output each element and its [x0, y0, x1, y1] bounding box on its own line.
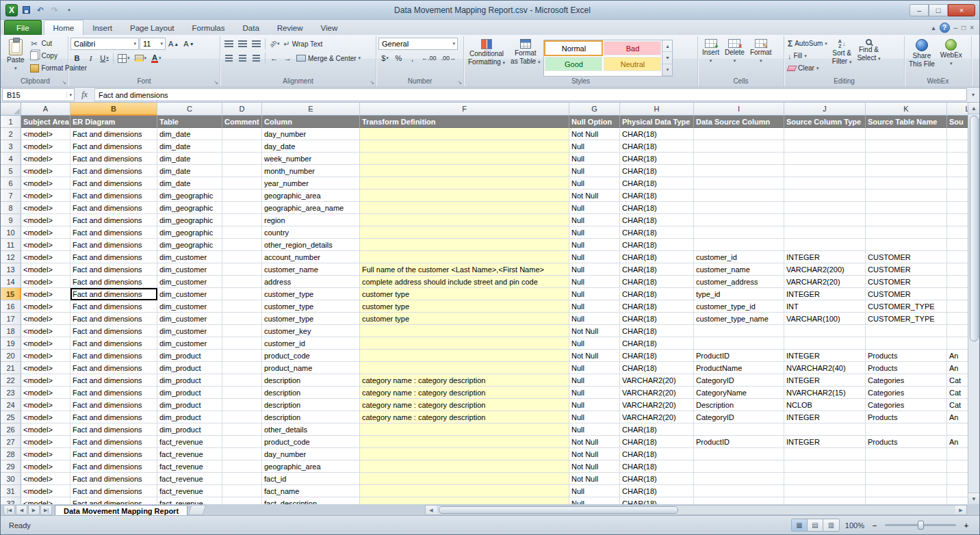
workbook-minimize-icon[interactable]: – — [954, 24, 958, 31]
cell-E27[interactable]: product_code — [262, 436, 360, 448]
redo-button[interactable]: ↷ — [49, 5, 61, 16]
collapse-ribbon-icon[interactable]: ▴ — [932, 24, 936, 31]
cell-L2[interactable] — [947, 128, 969, 140]
cell-F25[interactable]: category name : category description — [360, 411, 569, 423]
cell-C22[interactable]: dim_product — [157, 374, 222, 387]
cell-L16[interactable] — [947, 300, 969, 313]
column-header-L[interactable]: L — [947, 103, 969, 116]
last-sheet-icon[interactable]: ▶| — [40, 505, 52, 515]
help-icon[interactable]: ? — [940, 23, 950, 33]
format-as-table-button[interactable]: Format as Table ▾ — [508, 38, 542, 77]
cell-I14[interactable]: customer_address — [694, 276, 784, 288]
cell-L31[interactable] — [947, 485, 969, 497]
align-left-button[interactable] — [222, 52, 235, 64]
previous-sheet-icon[interactable]: ◀ — [16, 505, 27, 515]
cell-H22[interactable]: VARCHAR2(20) — [620, 374, 694, 387]
cell-G15[interactable]: Null — [569, 288, 620, 300]
cell-H30[interactable]: CHAR(18) — [620, 473, 694, 485]
workbook-restore-icon[interactable]: □ — [962, 24, 966, 31]
cell-D10[interactable] — [222, 226, 262, 239]
cell-B12[interactable]: Fact and dimensions — [70, 251, 157, 263]
merge-center-button[interactable]: Merge & Center▾ — [295, 53, 362, 64]
cell-J18[interactable] — [784, 325, 866, 337]
cell-H20[interactable]: CHAR(18) — [620, 350, 694, 362]
top-align-button[interactable] — [222, 38, 235, 50]
cell-E28[interactable]: day_number — [262, 448, 360, 460]
cell-E11[interactable]: other_region_details — [262, 239, 360, 251]
cell-E12[interactable]: account_number — [262, 251, 360, 263]
cell-K1[interactable]: Source Table Name — [866, 116, 947, 128]
cell-E19[interactable]: customer_id — [262, 337, 360, 350]
ribbon-tab-review[interactable]: Review — [268, 21, 312, 35]
cell-B22[interactable]: Fact and dimensions — [70, 374, 157, 387]
cell-A21[interactable]: <model> — [21, 362, 70, 374]
cell-E16[interactable]: customer_type — [262, 300, 360, 313]
workbook-close-icon[interactable]: × — [970, 24, 974, 31]
cell-K6[interactable] — [866, 177, 947, 190]
cell-D25[interactable] — [222, 411, 262, 423]
column-header-D[interactable]: D — [222, 103, 262, 116]
cell-C13[interactable]: dim_customer — [157, 263, 222, 276]
cell-J13[interactable]: VARCHAR2(200) — [784, 263, 866, 276]
cell-I1[interactable]: Data Source Column — [694, 116, 784, 128]
cell-G5[interactable]: Null — [569, 165, 620, 177]
font-dialog-launcher-icon[interactable]: ↘ — [214, 79, 218, 86]
cell-J11[interactable] — [784, 239, 866, 251]
zoom-slider[interactable] — [885, 524, 956, 526]
cell-D15[interactable] — [222, 288, 262, 300]
cell-K22[interactable]: Categories — [866, 374, 947, 387]
cell-F3[interactable] — [360, 140, 569, 153]
cell-I2[interactable] — [694, 128, 784, 140]
cell-E24[interactable]: description — [262, 399, 360, 411]
shrink-font-button[interactable]: A▼ — [181, 38, 196, 50]
cell-A27[interactable]: <model> — [21, 436, 70, 448]
cell-H17[interactable]: CHAR(18) — [620, 313, 694, 325]
cell-K9[interactable] — [866, 214, 947, 226]
cell-K24[interactable]: Categories — [866, 399, 947, 411]
vertical-scrollbar[interactable]: ▲ ▼ — [968, 103, 979, 504]
cell-J20[interactable]: INTEGER — [784, 350, 866, 362]
cell-G3[interactable]: Null — [569, 140, 620, 153]
cell-D17[interactable] — [222, 313, 262, 325]
cell-C31[interactable]: fact_revenue — [157, 485, 222, 497]
scroll-left-icon[interactable]: ◀ — [426, 506, 437, 514]
cell-F2[interactable] — [360, 128, 569, 140]
cell-F21[interactable] — [360, 362, 569, 374]
cell-C10[interactable]: dim_geographic — [157, 226, 222, 239]
cell-G8[interactable]: Null — [569, 202, 620, 214]
cell-L15[interactable] — [947, 288, 969, 300]
cell-F17[interactable]: customer type — [360, 313, 569, 325]
zoom-in-button[interactable]: + — [962, 521, 971, 530]
cell-E2[interactable]: day_number — [262, 128, 360, 140]
share-this-file-button[interactable]: Share This File — [907, 38, 937, 77]
cell-E21[interactable]: product_name — [262, 362, 360, 374]
row-header-25[interactable]: 25 — [1, 411, 21, 423]
cell-A15[interactable]: <model> — [21, 288, 70, 300]
cell-A8[interactable]: <model> — [21, 202, 70, 214]
decrease-decimal-button[interactable]: .00→ — [439, 52, 459, 64]
cell-K16[interactable]: CUSTOMER_TYPE — [866, 300, 947, 313]
column-header-E[interactable]: E — [262, 103, 360, 116]
cell-C11[interactable]: dim_geographic — [157, 239, 222, 251]
cell-F30[interactable] — [360, 473, 569, 485]
cell-K20[interactable]: Products — [866, 350, 947, 362]
cell-H18[interactable]: CHAR(18) — [620, 325, 694, 337]
cell-L14[interactable] — [947, 276, 969, 288]
cell-I12[interactable]: customer_id — [694, 251, 784, 263]
cell-G28[interactable]: Not Null — [569, 448, 620, 460]
cell-G2[interactable]: Not Null — [569, 128, 620, 140]
cell-C1[interactable]: Table — [157, 116, 222, 128]
cell-J28[interactable] — [784, 448, 866, 460]
cell-style-neutral[interactable]: Neutral — [604, 57, 661, 71]
italic-button[interactable]: I — [84, 52, 97, 64]
row-header-18[interactable]: 18 — [1, 325, 21, 337]
insert-function-button[interactable]: fx — [75, 88, 95, 102]
first-sheet-icon[interactable]: |◀ — [3, 505, 15, 515]
insert-worksheet-button[interactable] — [188, 505, 207, 515]
cell-C12[interactable]: dim_customer — [157, 251, 222, 263]
cell-A17[interactable]: <model> — [21, 313, 70, 325]
cell-L26[interactable] — [947, 423, 969, 436]
cell-C30[interactable]: fact_revenue — [157, 473, 222, 485]
row-header-21[interactable]: 21 — [1, 362, 21, 374]
gallery-scroll-down-icon[interactable]: ▼ — [662, 52, 672, 64]
